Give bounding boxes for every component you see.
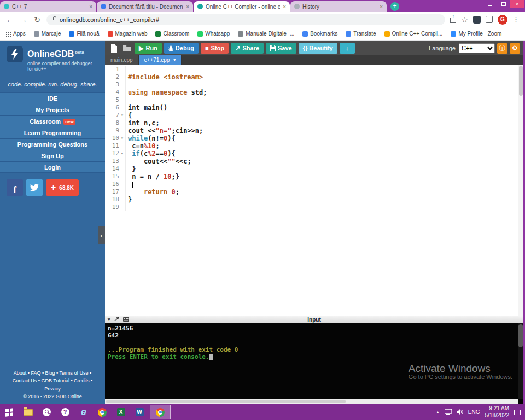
- bookmark-item[interactable]: Manuale Digitale -...: [238, 31, 294, 37]
- beautify-button[interactable]: {} Beautify: [299, 43, 337, 54]
- bookmark-item[interactable]: Filă nouă: [69, 31, 99, 37]
- extension-b-icon[interactable]: [486, 16, 493, 23]
- bookmark-item[interactable]: My Profile - Zoom: [451, 31, 501, 37]
- browser-tab[interactable]: History×: [290, 1, 387, 12]
- code-line[interactable]: 3: [105, 81, 523, 89]
- code-line[interactable]: 16: [105, 180, 523, 188]
- bookmark-item[interactable]: Apps: [5, 31, 26, 37]
- chevron-down-icon[interactable]: ▾: [173, 57, 176, 62]
- bookmark-item[interactable]: Classroom: [155, 31, 189, 37]
- code-line[interactable]: 15 n = n / 10;}: [105, 173, 523, 180]
- taskbar-help-button[interactable]: [56, 404, 74, 420]
- taskbar-internet-explorer-button[interactable]: [74, 404, 93, 420]
- code-line[interactable]: 10▾while(n!=0){: [105, 135, 523, 142]
- browser-menu-icon[interactable]: ⋮: [512, 15, 520, 24]
- share-page-icon[interactable]: [450, 18, 456, 23]
- console-scrollbar-thumb[interactable]: [518, 324, 523, 347]
- code-line[interactable]: 9cout <<"n=";cin>>n;: [105, 127, 523, 135]
- lock-icon[interactable]: [52, 19, 56, 22]
- taskbar-word-button[interactable]: [130, 404, 149, 420]
- fold-marker-icon[interactable]: ▾: [119, 150, 126, 158]
- taskbar-search-button[interactable]: [37, 404, 56, 420]
- taskbar-start-button[interactable]: [0, 404, 19, 420]
- run-button[interactable]: ▶Run: [135, 43, 162, 54]
- twitter-icon[interactable]: [26, 179, 43, 196]
- taskbar-chrome-active-button[interactable]: [150, 405, 171, 419]
- bookmark-item[interactable]: Online C++ Compil...: [384, 31, 443, 37]
- editor-scrollbar[interactable]: [518, 65, 523, 316]
- forward-icon[interactable]: →: [19, 16, 28, 24]
- code-editor[interactable]: 12#include <iostream>34using namespace s…: [105, 65, 523, 316]
- extension-a-icon[interactable]: [473, 16, 481, 24]
- new-file-icon[interactable]: [108, 43, 119, 54]
- fold-marker-icon[interactable]: ▾: [119, 112, 126, 119]
- info-button[interactable]: ⓘ: [497, 43, 508, 54]
- footer-link[interactable]: FAQ: [31, 370, 40, 376]
- sidebar-item-learn-programming[interactable]: Learn Programming: [0, 127, 105, 138]
- chevron-down-icon[interactable]: ▾: [108, 317, 110, 322]
- console-hscrollbar[interactable]: [105, 399, 518, 404]
- sidebar-item-login[interactable]: Login: [0, 161, 105, 173]
- code-line[interactable]: 18}: [105, 196, 523, 203]
- network-icon[interactable]: [445, 409, 452, 416]
- bookmark-item[interactable]: Magazin web: [108, 31, 148, 37]
- code-line[interactable]: 17 return 0;: [105, 188, 523, 196]
- minimize-button[interactable]: [483, 0, 497, 8]
- footer-link[interactable]: Terms of Use: [60, 370, 89, 376]
- bookmark-item[interactable]: Translate: [346, 31, 376, 37]
- code-line[interactable]: 8int n,c;: [105, 119, 523, 127]
- code-line[interactable]: 2#include <iostream>: [105, 73, 523, 81]
- code-line[interactable]: 7▾{: [105, 112, 523, 119]
- settings-gear-button[interactable]: ⚙: [510, 43, 520, 54]
- console-scrollbar[interactable]: [518, 323, 523, 399]
- tab-close-icon[interactable]: ×: [89, 4, 92, 10]
- sidebar-item-my-projects[interactable]: My Projects: [0, 104, 105, 115]
- footer-link[interactable]: Blog: [45, 370, 55, 376]
- code-line[interactable]: 12▾ if(c%2==0){: [105, 150, 523, 158]
- code-line[interactable]: 19: [105, 203, 523, 211]
- notification-icon[interactable]: [514, 410, 521, 415]
- taskbar-file-explorer-button[interactable]: [19, 404, 37, 420]
- profile-avatar[interactable]: G: [498, 15, 508, 25]
- tab-close-icon[interactable]: ×: [186, 4, 189, 10]
- browser-tab[interactable]: C++ 7×: [0, 1, 96, 12]
- editor-tab[interactable]: c++71.cpp▾: [139, 55, 182, 65]
- keyboard-icon[interactable]: [123, 317, 129, 323]
- footer-link[interactable]: Contact Us: [13, 378, 37, 383]
- addthis-share-button[interactable]: + 68.8K: [46, 179, 79, 196]
- tab-close-icon[interactable]: ×: [283, 4, 286, 10]
- maximize-button[interactable]: [497, 0, 510, 8]
- console-panel[interactable]: n=21456642...Program finished with exit …: [105, 323, 523, 404]
- tab-close-icon[interactable]: ×: [380, 4, 383, 10]
- sidebar-item-programming-questions[interactable]: Programming Questions: [0, 138, 105, 150]
- browser-tab[interactable]: Online C++ Compiler - online ed×: [194, 1, 290, 12]
- reload-icon[interactable]: ↻: [33, 16, 42, 24]
- close-button[interactable]: ×: [510, 0, 524, 8]
- console-hscrollbar-thumb[interactable]: [106, 400, 346, 403]
- sidebar-item-sign-up[interactable]: Sign Up: [0, 150, 105, 161]
- code-line[interactable]: 13 cout<<""<<c;: [105, 158, 523, 165]
- browser-tab[interactable]: Document fără titlu - Documente×: [97, 1, 193, 12]
- bookmark-item[interactable]: Bookmarks: [302, 31, 337, 37]
- download-button[interactable]: ↓: [340, 43, 355, 54]
- hidden-icons-chevron[interactable]: ▲: [436, 410, 440, 414]
- code-line[interactable]: 14 }: [105, 165, 523, 173]
- taskbar-clock[interactable]: 9:21 AM 5/18/2022: [485, 405, 510, 419]
- open-project-icon[interactable]: [121, 43, 132, 54]
- new-tab-button[interactable]: +: [390, 2, 399, 11]
- fold-marker-icon[interactable]: ▾: [119, 135, 126, 142]
- code-line[interactable]: 1: [105, 66, 523, 73]
- sidebar-item-ide[interactable]: IDE: [0, 92, 105, 104]
- code-line[interactable]: 6int main(): [105, 104, 523, 112]
- back-icon[interactable]: ←: [5, 16, 14, 24]
- language-indicator[interactable]: ENG: [468, 409, 480, 415]
- resize-console-icon[interactable]: [114, 317, 119, 323]
- editor-scrollbar-thumb[interactable]: [519, 66, 523, 96]
- footer-link[interactable]: GDB Tutorial: [41, 378, 69, 383]
- url-field[interactable]: onlinegdb.com/online_c++_compiler#: [46, 14, 445, 25]
- code-line[interactable]: 11 c=n%10;: [105, 142, 523, 150]
- sidebar-collapse-button[interactable]: ‹: [98, 226, 105, 244]
- editor-tab[interactable]: main.cpp: [105, 55, 139, 65]
- facebook-icon[interactable]: f: [7, 179, 23, 196]
- share-button[interactable]: ↗Share: [231, 43, 264, 54]
